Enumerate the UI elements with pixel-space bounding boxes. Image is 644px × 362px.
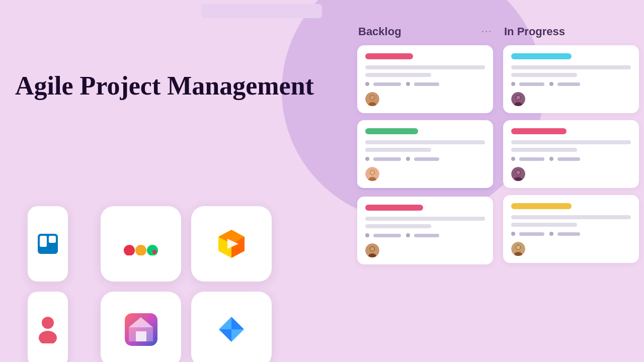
- svg-rect-40: [136, 331, 146, 341]
- avatar: [365, 243, 379, 257]
- jira-icon: [216, 314, 247, 344]
- card-badges: [511, 232, 631, 236]
- badge-dot: [406, 157, 410, 161]
- card-line: [365, 224, 431, 228]
- card-tag: [511, 128, 567, 134]
- badge-dot: [406, 233, 410, 237]
- search-bar[interactable]: [201, 4, 322, 18]
- card-badges: [511, 157, 631, 161]
- card-tag: [365, 205, 423, 211]
- badge-dot: [406, 82, 410, 86]
- card-line: [511, 73, 577, 77]
- backlog-card-2[interactable]: [357, 120, 493, 190]
- avatar: [365, 92, 379, 106]
- svg-point-3: [370, 96, 374, 100]
- box-icon: [215, 228, 248, 260]
- inprogress-header: In Progress: [503, 25, 639, 38]
- card-footer: [511, 167, 631, 181]
- badge-dot: [365, 82, 369, 86]
- badge-dot: [549, 157, 553, 161]
- person-icon: [37, 316, 59, 343]
- inprogress-card-3[interactable]: [503, 195, 639, 263]
- inprogress-card-1[interactable]: [503, 45, 639, 113]
- backlog-card-3[interactable]: [357, 197, 493, 264]
- inprogress-title: In Progress: [504, 25, 565, 38]
- card-line: [365, 73, 431, 77]
- jira-app-card[interactable]: [191, 292, 272, 362]
- svg-point-30: [152, 250, 156, 254]
- kanban-board: Backlog ···: [352, 25, 644, 362]
- person-app-card[interactable]: [28, 292, 68, 362]
- trello-app-card[interactable]: [28, 206, 68, 282]
- card-footer: [511, 242, 631, 256]
- avatar: [511, 242, 525, 256]
- notion-icon: [125, 313, 157, 346]
- backlog-menu[interactable]: ···: [481, 26, 492, 38]
- card-footer: [365, 167, 485, 181]
- card-tag: [365, 53, 413, 59]
- app-icons-grid: [0, 196, 327, 362]
- card-badges: [511, 82, 631, 86]
- card-footer: [365, 243, 485, 257]
- badge-text: [414, 82, 439, 86]
- badge-dot: [365, 157, 369, 161]
- card-line: [365, 65, 485, 69]
- card-tag: [511, 203, 572, 209]
- monday-app-card[interactable]: [101, 206, 181, 282]
- badge-text: [414, 157, 439, 161]
- inprogress-column: In Progress: [498, 25, 644, 362]
- badge-dot: [511, 157, 515, 161]
- page-title: Agile Project Management: [15, 70, 314, 102]
- card-line: [511, 215, 631, 219]
- card-line: [365, 140, 485, 144]
- svg-point-29: [147, 245, 158, 255]
- badge-text: [373, 82, 401, 86]
- card-badges: [365, 82, 485, 86]
- badge-text: [557, 157, 580, 161]
- backlog-header: Backlog ···: [357, 25, 493, 38]
- backlog-column: Backlog ···: [352, 25, 498, 362]
- card-line: [365, 148, 431, 152]
- svg-rect-26: [49, 236, 56, 243]
- badge-dot: [549, 82, 553, 86]
- inprogress-card-2[interactable]: [503, 120, 639, 188]
- svg-point-35: [42, 317, 54, 329]
- svg-point-28: [135, 245, 146, 255]
- badge-text: [519, 157, 544, 161]
- card-line: [511, 148, 577, 152]
- card-line: [511, 140, 631, 144]
- card-footer: [511, 92, 631, 106]
- svg-rect-25: [40, 236, 47, 247]
- svg-point-36: [39, 331, 57, 343]
- monday-icon: [123, 233, 158, 255]
- box-app-card[interactable]: [191, 206, 272, 282]
- card-line: [511, 65, 631, 69]
- avatar: [511, 92, 525, 106]
- badge-dot: [549, 232, 553, 236]
- svg-point-19: [516, 170, 520, 174]
- avatar: [365, 167, 379, 181]
- svg-point-7: [370, 170, 374, 174]
- badge-dot: [365, 233, 369, 237]
- card-footer: [365, 92, 485, 106]
- badge-text: [519, 82, 544, 86]
- card-line: [511, 223, 577, 227]
- trello-icon: [38, 234, 58, 254]
- badge-dot: [511, 82, 515, 86]
- notion-app-card[interactable]: [101, 292, 181, 362]
- card-tag: [511, 53, 572, 59]
- backlog-card-1[interactable]: [357, 45, 493, 113]
- card-line: [365, 217, 485, 221]
- badge-text: [414, 234, 439, 237]
- svg-point-27: [124, 245, 135, 255]
- badge-text: [519, 232, 544, 236]
- badge-text: [373, 157, 401, 161]
- svg-point-15: [516, 96, 520, 100]
- svg-point-11: [370, 247, 374, 251]
- card-badges: [365, 157, 485, 161]
- badge-text: [373, 234, 401, 237]
- badge-dot: [511, 232, 515, 236]
- badge-text: [557, 232, 580, 236]
- card-badges: [365, 233, 485, 237]
- card-tag: [365, 128, 418, 134]
